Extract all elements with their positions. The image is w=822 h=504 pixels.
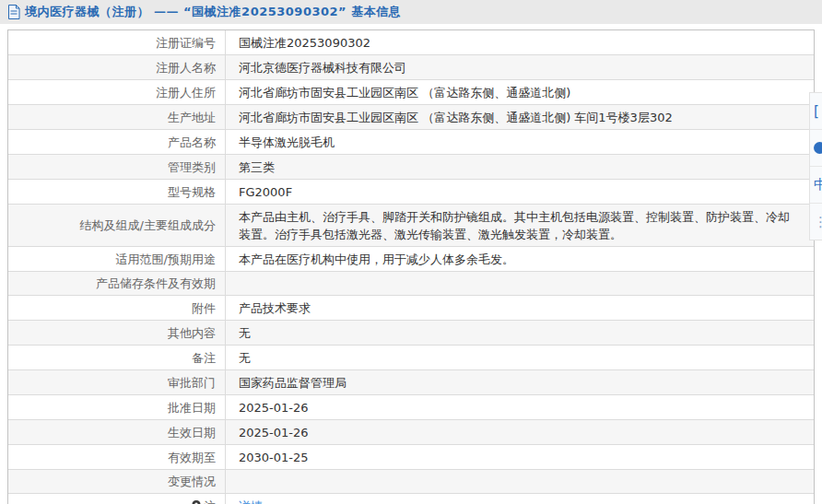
row-value: 2025-01-26 [225, 420, 814, 444]
grid-icon: 中 [814, 176, 822, 193]
row-value: 无 [225, 346, 814, 369]
row-label: 变更情况 [8, 470, 225, 493]
table-row: 适用范围/预期用途 本产品在医疗机构中使用，用于减少人体多余毛发。 [8, 247, 814, 272]
row-label: 其他内容 [8, 321, 225, 345]
table-row: 注册人住所 河北省廊坊市固安县工业园区南区 （富达路东侧、通盛道北侧) [8, 80, 814, 105]
registration-info-table: 注册证编号 国械注准20253090302 注册人名称 河北京德医疗器械科技有限… [7, 29, 815, 504]
row-value: 河北京德医疗器械科技有限公司 [225, 55, 814, 79]
row-label: 附件 [8, 296, 225, 320]
row-value: 河北省廊坊市固安县工业园区南区 （富达路东侧、通盛道北侧) [225, 80, 814, 104]
row-value: FG2000F [225, 180, 814, 204]
side-panel-item[interactable]: 中 [810, 167, 822, 204]
side-panel: [ 中 ⋮ [809, 92, 822, 240]
table-row: 生效日期 2025-01-26 [8, 420, 814, 445]
row-label: 有效期至 [8, 445, 225, 469]
row-value: 2030-01-25 [225, 445, 814, 469]
side-panel-item[interactable] [810, 130, 822, 167]
table-row: 其他内容 无 [8, 321, 814, 346]
table-row: 结构及组成/主要组成成分 本产品由主机、治疗手具、脚踏开关和防护镜组成。其中主机… [8, 205, 814, 247]
row-value: 产品技术要求 [225, 296, 814, 320]
row-label: 备注 [8, 346, 225, 369]
table-row: 备注 无 [8, 346, 814, 370]
row-label: 批准日期 [8, 395, 225, 419]
row-label: 生效日期 [8, 420, 225, 444]
table-row: 生产地址 河北省廊坊市固安县工业园区南区 （富达路东侧、通盛道北侧) 车间1号楼… [8, 105, 814, 130]
details-link[interactable]: 详情 [239, 498, 263, 504]
document-icon [7, 5, 20, 19]
row-value: 河北省廊坊市固安县工业园区南区 （富达路东侧、通盛道北侧) 车间1号楼3层302 [225, 105, 814, 129]
row-label: 管理类别 [8, 155, 225, 179]
row-label: 注册人住所 [8, 80, 225, 104]
row-value: 半导体激光脱毛机 [225, 130, 814, 154]
side-panel-item[interactable]: ⋮ [810, 204, 822, 240]
bracket-icon: [ [814, 103, 819, 120]
row-label: 注 [8, 494, 225, 504]
row-value: 本产品在医疗机构中使用，用于减少人体多余毛发。 [225, 247, 814, 271]
row-label: 适用范围/预期用途 [8, 247, 225, 271]
table-row: 批准日期 2025-01-26 [8, 395, 814, 420]
row-value [225, 470, 814, 493]
row-label: 型号规格 [8, 180, 225, 204]
table-row: 有效期至 2030-01-25 [8, 445, 814, 470]
table-row: 型号规格 FG2000F [8, 180, 814, 205]
row-label: 注册证编号 [8, 30, 225, 54]
row-label: 结构及组成/主要组成成分 [8, 205, 225, 246]
side-panel-item[interactable]: [ [810, 93, 822, 130]
row-label: 注册人名称 [8, 55, 225, 79]
row-value: 国械注准20253090302 [225, 30, 814, 54]
table-row: 附件 产品技术要求 [8, 296, 814, 321]
table-row: 注 详情 [8, 494, 814, 504]
row-label: 生产地址 [8, 105, 225, 129]
circle-icon [814, 142, 822, 154]
table-row: 变更情况 [8, 470, 814, 494]
dots-icon: ⋮ [814, 214, 822, 230]
row-label: 审批部门 [8, 370, 225, 394]
page-header: 境内医疗器械（注册） —— “国械注准20253090302” 基本信息 [0, 0, 822, 24]
row-label: 产品名称 [8, 130, 225, 154]
row-value: 2025-01-26 [225, 395, 814, 419]
table-row: 管理类别 第三类 [8, 155, 814, 180]
table-row: 产品储存条件及有效期 [8, 272, 814, 296]
table-row: 产品名称 半导体激光脱毛机 [8, 130, 814, 155]
row-value: 国家药品监督管理局 [225, 370, 814, 394]
row-value: 详情 [225, 494, 814, 504]
pin-icon [192, 500, 201, 504]
row-value: 第三类 [225, 155, 814, 179]
row-value [225, 272, 814, 295]
row-value: 本产品由主机、治疗手具、脚踏开关和防护镜组成。其中主机包括电源装置、控制装置、防… [225, 205, 814, 246]
page-title: 境内医疗器械（注册） —— “国械注准20253090302” 基本信息 [25, 4, 401, 20]
table-row: 注册证编号 国械注准20253090302 [8, 30, 814, 55]
row-value: 无 [225, 321, 814, 345]
row-label: 产品储存条件及有效期 [8, 272, 225, 295]
table-row: 注册人名称 河北京德医疗器械科技有限公司 [8, 55, 814, 80]
table-row: 审批部门 国家药品监督管理局 [8, 370, 814, 395]
